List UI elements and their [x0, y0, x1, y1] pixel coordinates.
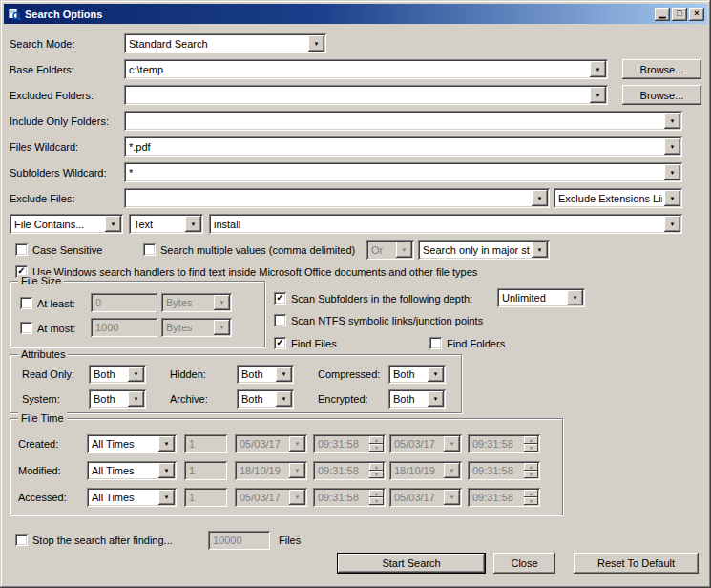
- start-search-button[interactable]: Start Search: [337, 553, 486, 574]
- created-label: Created:: [18, 434, 58, 453]
- maximize-icon: □: [677, 10, 681, 18]
- reset-to-default-button[interactable]: Reset To Default: [574, 553, 699, 574]
- hidden-label: Hidden:: [170, 365, 206, 384]
- ntfs-links-checkbox[interactable]: ✓ Scan NTFS symbolic links/junction poin…: [274, 313, 483, 327]
- read-only-select[interactable]: Both ▼: [89, 365, 146, 384]
- file-contains-mode-select[interactable]: File Contains... ▼: [10, 214, 123, 234]
- files-wildcard-value: *.pdf: [124, 136, 662, 157]
- chevron-down-icon[interactable]: ▼: [185, 216, 201, 232]
- chevron-down-icon[interactable]: ▼: [158, 463, 175, 478]
- chevron-down-icon[interactable]: ▼: [532, 190, 548, 206]
- chevron-down-icon[interactable]: ▼: [428, 391, 444, 407]
- base-folders-combo[interactable]: c:\temp ▼: [124, 59, 608, 79]
- close-dialog-label: Close: [511, 557, 537, 569]
- modified-to-date-value: 18/10/19: [389, 461, 442, 480]
- modified-mode-select[interactable]: All Times ▼: [87, 461, 177, 480]
- file-time-group-title: File Time: [18, 412, 67, 424]
- case-sensitive-checkbox[interactable]: ✓ Case Sensitive: [15, 242, 102, 257]
- chevron-down-icon: ▼: [396, 242, 412, 258]
- chevron-down-icon[interactable]: ▼: [532, 242, 548, 258]
- case-sensitive-label: Case Sensitive: [32, 244, 102, 256]
- stop-search-checkbox[interactable]: ✓ Stop the search after finding...: [15, 533, 173, 547]
- chevron-down-icon[interactable]: ▼: [664, 216, 680, 232]
- content-type-select[interactable]: Text ▼: [129, 214, 203, 234]
- browse-excluded-folders-button[interactable]: Browse...: [622, 85, 701, 105]
- find-folders-checkbox[interactable]: ✓ Find Folders: [429, 336, 505, 350]
- find-files-checkbox[interactable]: ✓ Find Files: [274, 336, 337, 350]
- files-wildcard-combo[interactable]: *.pdf ▼: [124, 136, 682, 157]
- modified-from-time-value: 09:31:58: [313, 461, 367, 480]
- chevron-down-icon[interactable]: ▼: [664, 164, 680, 180]
- chevron-down-icon[interactable]: ▼: [276, 391, 292, 407]
- chevron-down-icon: ▼: [289, 436, 305, 452]
- modified-from-date-value: 18/10/19: [235, 461, 287, 480]
- subfolder-depth-value: Unlimited: [497, 288, 565, 307]
- excluded-folders-combo[interactable]: ▼: [124, 85, 608, 105]
- exclude-files-label: Exclude Files:: [10, 188, 74, 208]
- multiple-values-checkbox[interactable]: ✓ Search multiple values (comma delimite…: [143, 242, 355, 257]
- file-contains-text-combo[interactable]: install ▼: [209, 214, 682, 234]
- title-bar[interactable]: Search Options ▁ □ ×: [4, 4, 707, 24]
- accessed-from-date-select: 05/03/17 ▼: [235, 488, 307, 507]
- checkbox-box: ✓: [20, 322, 32, 334]
- scan-subfolders-checkbox[interactable]: ✓ Scan Subfolders in the following depth…: [274, 291, 472, 305]
- chevron-down-icon[interactable]: ▼: [567, 290, 583, 305]
- stream-scope-select[interactable]: Search only in major strea ▼: [418, 240, 550, 260]
- exclude-extensions-list-select[interactable]: Exclude Extensions List ▼: [554, 188, 682, 208]
- include-only-folders-combo[interactable]: ▼: [124, 111, 682, 131]
- at-least-value-input: 0: [91, 293, 157, 312]
- subfolders-wildcard-value: *: [124, 162, 662, 182]
- search-options-dialog: Search Options ▁ □ × Search Mode: Standa…: [0, 0, 711, 588]
- operator-value: Or: [366, 240, 394, 260]
- stream-scope-value: Search only in major strea: [418, 240, 530, 260]
- modified-count-input: 1: [184, 461, 227, 480]
- encrypted-select[interactable]: Both ▼: [388, 389, 446, 409]
- chevron-down-icon[interactable]: ▼: [158, 490, 175, 505]
- chevron-down-icon[interactable]: ▼: [664, 113, 680, 129]
- at-least-unit-value: Bytes: [161, 293, 212, 312]
- chevron-down-icon[interactable]: ▼: [308, 35, 324, 52]
- windows-handlers-checkbox[interactable]: ✓ Use Windows search handlers to find te…: [15, 264, 477, 279]
- chevron-down-icon[interactable]: ▼: [105, 216, 121, 232]
- chevron-down-icon[interactable]: ▼: [158, 436, 175, 452]
- accessed-from-date-value: 05/03/17: [235, 488, 287, 507]
- created-from-date-select: 05/03/17 ▼: [235, 434, 307, 453]
- chevron-down-icon[interactable]: ▼: [664, 190, 680, 206]
- browse-base-folders-button[interactable]: Browse...: [622, 59, 701, 79]
- stop-search-count-value: 10000: [208, 531, 270, 550]
- subfolder-depth-select[interactable]: Unlimited ▼: [497, 288, 585, 307]
- compressed-select[interactable]: Both ▼: [388, 365, 446, 384]
- chevron-down-icon[interactable]: ▼: [664, 138, 680, 155]
- close-button[interactable]: ×: [689, 8, 704, 21]
- at-most-unit-value: Bytes: [161, 318, 212, 337]
- file-time-group: File Time Created: All Times ▼ 1 05/03/1…: [10, 418, 563, 515]
- at-most-checkbox[interactable]: ✓ At most:: [20, 321, 75, 335]
- accessed-mode-select[interactable]: All Times ▼: [87, 488, 177, 507]
- search-mode-select[interactable]: Standard Search ▼: [124, 33, 326, 53]
- files-suffix-label: Files: [279, 531, 301, 550]
- spinner-buttons: ▲▼: [524, 463, 538, 478]
- maximize-button[interactable]: □: [672, 8, 687, 21]
- close-dialog-button[interactable]: Close: [493, 553, 555, 574]
- chevron-down-icon[interactable]: ▼: [590, 87, 606, 103]
- archive-select[interactable]: Both ▼: [237, 389, 294, 409]
- created-to-date-value: 05/03/17: [389, 434, 442, 453]
- operator-select: Or ▼: [366, 240, 414, 260]
- chevron-down-icon[interactable]: ▼: [590, 61, 606, 77]
- system-select[interactable]: Both ▼: [89, 389, 146, 409]
- created-mode-select[interactable]: All Times ▼: [87, 434, 177, 453]
- chevron-down-icon[interactable]: ▼: [428, 367, 444, 382]
- find-files-label: Find Files: [291, 338, 337, 349]
- chevron-down-icon[interactable]: ▼: [128, 367, 144, 382]
- accessed-label: Accessed:: [18, 488, 67, 507]
- at-least-checkbox[interactable]: ✓ At least:: [20, 296, 75, 310]
- exclude-files-combo[interactable]: ▼: [124, 188, 550, 208]
- spin-up-icon: ▲: [369, 463, 384, 471]
- chevron-down-icon[interactable]: ▼: [276, 367, 292, 382]
- minimize-button[interactable]: ▁: [655, 8, 670, 21]
- subfolders-wildcard-label: Subfolders Wildcard:: [10, 162, 107, 182]
- hidden-select[interactable]: Both ▼: [237, 365, 294, 384]
- subfolders-wildcard-combo[interactable]: * ▼: [124, 162, 682, 182]
- chevron-down-icon[interactable]: ▼: [128, 391, 144, 407]
- accessed-from-time-value: 09:31:58: [313, 488, 367, 507]
